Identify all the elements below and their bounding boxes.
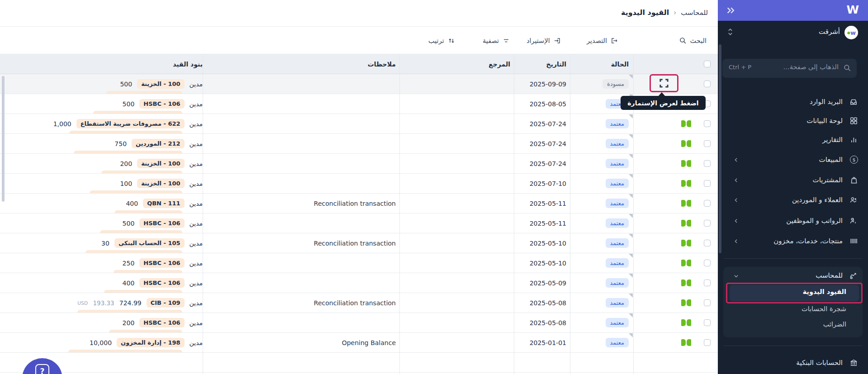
- sidebar-item[interactable]: لوحة البيانات: [718, 113, 868, 129]
- table-row[interactable]: مدين198 - إدارة المخزون10,000Opening Bal…: [0, 333, 718, 353]
- column-header-icon: [633, 54, 697, 74]
- export-button[interactable]: التصدير: [587, 27, 618, 54]
- entry-fx-amount: 193.33: [93, 299, 114, 307]
- date-cell: 2025-08-05: [514, 94, 570, 114]
- sort-button[interactable]: ترتيب: [428, 27, 455, 54]
- entry-lines-cell: مدين105 - الحساب البنكى30: [5, 233, 203, 253]
- notes-cell: [203, 134, 399, 153]
- row-checkbox[interactable]: [704, 140, 711, 147]
- entry-amount: 500: [123, 100, 135, 108]
- journal-book-icon[interactable]: [681, 140, 691, 147]
- row-checkbox[interactable]: [704, 339, 711, 346]
- reference-cell: [399, 194, 514, 213]
- sidebar-item[interactable]: التقارير: [718, 132, 868, 148]
- status-cell: معتمد: [570, 313, 633, 332]
- corner-notch: [629, 234, 633, 238]
- sidebar-item[interactable]: العملاء و الموردين: [718, 192, 868, 208]
- table-row[interactable]: مدينHSBC - 1065002025-08-05معتمد: [0, 94, 718, 114]
- table-row[interactable]: مدين100 - الخزينة5002025-09-09مسودة: [0, 74, 718, 94]
- table-row[interactable]: مدينHSBC - 1065002025-05-11معتمد: [0, 213, 718, 233]
- collapse-sidebar-icon[interactable]: [726, 6, 735, 15]
- journal-book-icon[interactable]: [681, 220, 691, 227]
- row-checkbox[interactable]: [704, 240, 711, 246]
- sort-icon: [448, 37, 455, 44]
- row-checkbox[interactable]: [704, 299, 711, 306]
- entry-side: مدين: [190, 80, 203, 88]
- sidebar-subitem[interactable]: شجرة الحسابات: [723, 302, 863, 317]
- row-checkbox[interactable]: [704, 200, 711, 207]
- status-cell: معتمد: [570, 154, 633, 173]
- breadcrumb-parent[interactable]: للمحاسب: [681, 9, 708, 17]
- journal-book-icon[interactable]: [681, 240, 691, 246]
- sidebar-item-label: المبيعات: [819, 156, 843, 164]
- table-row[interactable]: مدينQBN - 111400Reconciliation transacti…: [0, 194, 718, 213]
- status-badge: معتمد: [606, 139, 629, 148]
- account-chip: HSBC - 106: [139, 218, 184, 228]
- select-all-checkbox[interactable]: [704, 61, 711, 67]
- row-checkbox[interactable]: [704, 160, 711, 167]
- journal-book-icon[interactable]: [681, 299, 691, 306]
- entry-lines-cell: مدين100 - الخزينة100: [5, 174, 203, 193]
- reference-cell: [399, 74, 514, 94]
- row-checkbox[interactable]: [704, 120, 711, 127]
- sidebar-item[interactable]: $الرواتب و الموظفين: [718, 213, 868, 229]
- sidebar-item[interactable]: البريد الوارد: [718, 94, 868, 110]
- account-chip: HSBC - 106: [139, 258, 184, 268]
- notes-cell: [203, 273, 399, 293]
- reference-cell: [399, 233, 514, 253]
- user-switcher-icon[interactable]: [727, 28, 734, 36]
- sidebar-item[interactable]: $المبيعات: [718, 152, 868, 168]
- filter-label: تصفية: [483, 37, 499, 44]
- reference-cell: [399, 114, 514, 133]
- table-row[interactable]: مدينCIB - 109724.99193.33USDReconciliati…: [0, 293, 718, 313]
- sidebar-subitem[interactable]: الضرائب: [723, 317, 863, 333]
- journal-book-icon[interactable]: [681, 260, 691, 266]
- table-row[interactable]: مدين100 - الخزينة2002025-07-24معتمد: [0, 154, 718, 174]
- table-scrollbar[interactable]: [2, 76, 5, 202]
- table-row[interactable]: مدين212 - الموردين7502025-07-24معتمد: [0, 134, 718, 154]
- sidebar-scrollbar[interactable]: [719, 44, 721, 253]
- row-checkbox[interactable]: [704, 180, 711, 187]
- table-row[interactable]: مدينHSBC - 1062002025-05-08معتمد: [0, 313, 718, 333]
- notes-cell: [203, 94, 399, 114]
- journal-book-icon[interactable]: [681, 180, 691, 187]
- table-row[interactable]: مدين100 - الخزينة1002025-07-10معتمد: [0, 174, 718, 194]
- column-header-entries[interactable]: بنود القيد: [5, 54, 203, 74]
- column-header-date[interactable]: التاريخ: [514, 54, 570, 74]
- journal-book-icon[interactable]: [681, 200, 691, 207]
- filter-button[interactable]: تصفية: [483, 27, 510, 54]
- row-checkbox[interactable]: [704, 260, 711, 266]
- table-row[interactable]: مدينHSBC - 1062502025-05-10معتمد: [0, 253, 718, 273]
- user-menu[interactable]: w● أشرقت: [718, 21, 868, 44]
- table-row[interactable]: مدين105 - الحساب البنكى30Reconciliation …: [0, 233, 718, 253]
- sidebar-item[interactable]: منتجات، خدمات، مخزون: [718, 233, 868, 250]
- search-button[interactable]: البحث: [679, 27, 707, 54]
- column-header-reference[interactable]: المرجع: [399, 54, 514, 74]
- journal-book-icon[interactable]: [681, 120, 691, 127]
- row-checkbox[interactable]: [704, 80, 711, 87]
- expand-icon[interactable]: [658, 77, 670, 89]
- table-row[interactable]: مدين622 - مصروفات ضريبة الاستقطاع1,00020…: [0, 114, 718, 134]
- table-row[interactable]: مدينHSBC - 1064002025-05-09معتمد: [0, 273, 718, 293]
- sidebar-item-accountant[interactable]: للمحاسب: [723, 268, 863, 284]
- sidebar-item[interactable]: المشتريات: [718, 172, 868, 189]
- date-value: 2025-01-01: [530, 339, 566, 346]
- journal-book-icon[interactable]: [681, 279, 691, 286]
- journal-book-icon[interactable]: [681, 319, 691, 326]
- journal-book-icon[interactable]: [681, 160, 691, 167]
- row-checkbox[interactable]: [704, 279, 711, 286]
- sidebar-item-bank-accounts[interactable]: الحسابات البنكية: [718, 355, 868, 371]
- import-button[interactable]: الإستيراد: [526, 27, 561, 54]
- entry-side: مدين: [190, 120, 203, 128]
- column-header-notes[interactable]: ملاحظات: [203, 54, 399, 74]
- export-icon: [611, 37, 618, 44]
- search-icon: [843, 64, 851, 72]
- entry-side: مدين: [190, 299, 203, 307]
- row-checkbox[interactable]: [704, 220, 711, 227]
- journal-book-icon[interactable]: [681, 339, 691, 346]
- date-value: 2025-09-09: [530, 80, 566, 88]
- row-checkbox[interactable]: [704, 319, 711, 326]
- goto-page-search[interactable]: الذهاب إلى صفحة... Ctrl + P: [722, 59, 857, 78]
- corner-notch: [629, 154, 633, 158]
- column-header-status[interactable]: الحالة: [570, 54, 633, 74]
